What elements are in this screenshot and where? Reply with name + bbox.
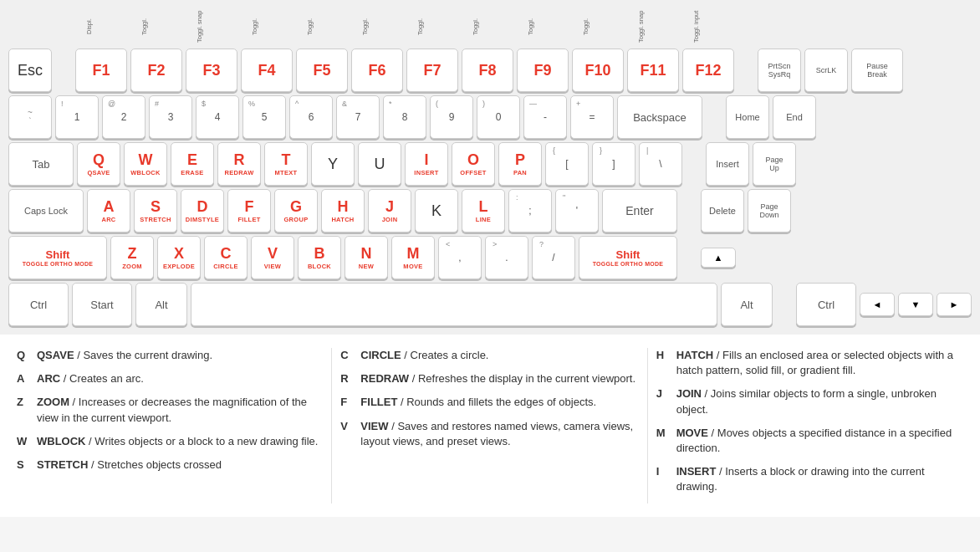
key-f6[interactable]: F6 — [351, 49, 403, 92]
key-f3[interactable]: F3 — [186, 49, 237, 92]
fn-label-f3: Toggl. snap — [174, 7, 226, 47]
key-comma[interactable]: < , — [438, 236, 482, 279]
key-w[interactable]: W WBLOCK — [124, 142, 167, 186]
key-scrlk[interactable]: ScrLK — [804, 49, 848, 92]
key-backspace[interactable]: Backspace — [617, 95, 702, 139]
desc-item-c: C CIRCLE / Creates a circle. — [340, 348, 638, 363]
key-alt-left[interactable]: Alt — [135, 283, 187, 326]
key-y[interactable]: Y — [311, 142, 355, 186]
key-k[interactable]: K — [415, 189, 458, 233]
key-minus[interactable]: — - — [523, 95, 567, 139]
key-f1[interactable]: F1 — [75, 49, 127, 92]
key-e[interactable]: E ERASE — [171, 142, 214, 186]
key-a[interactable]: A ARC — [87, 189, 130, 233]
key-3[interactable]: # 3 — [149, 95, 192, 139]
key-6[interactable]: ^ 6 — [289, 95, 333, 139]
key-pagedown[interactable]: Page Down — [748, 189, 791, 233]
key-8[interactable]: * 8 — [383, 95, 426, 139]
key-7[interactable]: & 7 — [336, 95, 380, 139]
fn-label-f7: Toggl. — [395, 7, 447, 47]
number-key-row: ~ ` ! 1 @ 2 # 3 $ 4 % 5 — [8, 95, 972, 139]
key-f4[interactable]: F4 — [241, 49, 293, 92]
key-f8[interactable]: F8 — [462, 49, 513, 92]
desc-item-i: I INSERT / Inserts a block or drawing in… — [656, 464, 955, 494]
key-backslash[interactable]: | \ — [639, 142, 682, 186]
key-slash[interactable]: ? / — [532, 236, 575, 279]
desc-column-2: C CIRCLE / Creates a circle. R REDRAW / … — [332, 348, 647, 503]
key-esc[interactable]: Esc — [8, 49, 52, 92]
desc-item-w: W WBLOCK / Writes objects or a block to … — [17, 434, 323, 449]
key-enter[interactable]: Enter — [602, 189, 677, 233]
key-period[interactable]: > . — [485, 236, 528, 279]
key-equals[interactable]: + = — [570, 95, 614, 139]
key-5[interactable]: % 5 — [242, 95, 286, 139]
key-f10[interactable]: F10 — [572, 49, 624, 92]
key-q[interactable]: Q QSAVE — [77, 142, 120, 186]
key-space[interactable] — [191, 283, 717, 326]
fn-label-f4: Toggl. — [229, 7, 281, 47]
key-pageup[interactable]: Page Up — [753, 142, 796, 186]
key-g[interactable]: G GROUP — [274, 189, 318, 233]
key-semicolon[interactable]: : ; — [508, 189, 552, 233]
key-capslock[interactable]: Caps Lock — [8, 189, 84, 233]
key-h[interactable]: H HATCH — [321, 189, 365, 233]
key-arrow-right[interactable]: ► — [937, 293, 972, 316]
keyboard: Esc F1 F2 F3 F4 F5 F6 F7 — [8, 49, 972, 326]
arrow-cluster: ▲ — [701, 248, 736, 268]
key-start[interactable]: Start — [72, 283, 132, 326]
key-f12[interactable]: F12 — [682, 49, 734, 92]
key-f9[interactable]: F9 — [517, 49, 569, 92]
key-tab[interactable]: Tab — [8, 142, 74, 186]
key-u[interactable]: U — [358, 142, 401, 186]
key-l[interactable]: L LINE — [462, 189, 505, 233]
key-s[interactable]: S STRETCH — [134, 189, 177, 233]
key-ctrl-left[interactable]: Ctrl — [8, 283, 69, 326]
fn-label-f12: Toggl. input — [671, 7, 722, 47]
key-end[interactable]: End — [773, 95, 816, 139]
key-prtsc[interactable]: PrtScn SysRq — [758, 49, 801, 92]
key-alt-right[interactable]: Alt — [721, 283, 773, 326]
key-p[interactable]: P PAN — [498, 142, 542, 186]
key-tilde[interactable]: ~ ` — [8, 95, 52, 139]
key-arrow-down[interactable]: ▼ — [898, 293, 933, 316]
key-lbracket[interactable]: { [ — [545, 142, 589, 186]
key-i[interactable]: I INSERT — [405, 142, 448, 186]
key-n[interactable]: N NEW — [345, 236, 388, 279]
key-delete[interactable]: Delete — [701, 189, 744, 233]
key-j[interactable]: J JOIN — [368, 189, 411, 233]
key-f11[interactable]: F11 — [627, 49, 679, 92]
key-d[interactable]: D DIMSTYLE — [181, 189, 224, 233]
key-arrow-up[interactable]: ▲ — [701, 248, 736, 268]
key-ctrl-right[interactable]: Ctrl — [796, 283, 856, 326]
key-pause[interactable]: Pause Break — [851, 49, 903, 92]
key-f2[interactable]: F2 — [130, 49, 182, 92]
key-v[interactable]: V VIEW — [251, 236, 294, 279]
fn-label-f2: Toggl. — [119, 7, 171, 47]
key-1[interactable]: ! 1 — [55, 95, 99, 139]
key-shift-left[interactable]: Shift TOGGLE ORTHO MODE — [8, 236, 107, 279]
key-f7[interactable]: F7 — [406, 49, 458, 92]
key-f[interactable]: F FILLET — [227, 189, 271, 233]
key-0[interactable]: ) 0 — [477, 95, 520, 139]
key-o[interactable]: O OFFSET — [452, 142, 495, 186]
key-4[interactable]: $ 4 — [196, 95, 239, 139]
key-r[interactable]: R REDRAW — [217, 142, 261, 186]
key-c[interactable]: C CIRCLE — [204, 236, 248, 279]
key-insert[interactable]: Insert — [706, 142, 749, 186]
desc-item-v: V VIEW / Saves and restores named views,… — [340, 419, 638, 449]
key-quote[interactable]: " ' — [555, 189, 599, 233]
key-rbracket[interactable]: } ] — [592, 142, 635, 186]
fn-label-f11: Toggl. snap — [615, 7, 667, 47]
key-m[interactable]: M MOVE — [391, 236, 435, 279]
key-9[interactable]: ( 9 — [430, 95, 473, 139]
desc-item-f: F FILLET / Rounds and fillets the edges … — [340, 395, 638, 410]
key-shift-right[interactable]: Shift TOGGLE ORTHO MODE — [579, 236, 677, 279]
key-f5[interactable]: F5 — [296, 49, 348, 92]
key-x[interactable]: X EXPLODE — [157, 236, 201, 279]
key-z[interactable]: Z ZOOM — [110, 236, 154, 279]
key-arrow-left[interactable]: ◄ — [860, 293, 895, 316]
key-t[interactable]: T MTEXT — [264, 142, 308, 186]
key-b[interactable]: B BLOCK — [298, 236, 341, 279]
key-home[interactable]: Home — [726, 95, 769, 139]
key-2[interactable]: @ 2 — [102, 95, 145, 139]
